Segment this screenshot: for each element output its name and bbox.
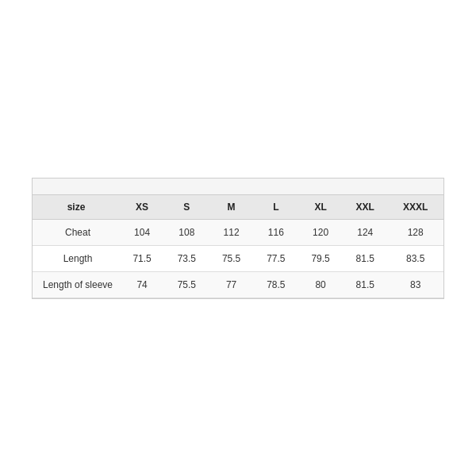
header-size: size [33,195,120,220]
row-label-1: Length [33,245,120,271]
header-xxxl: XXXL [387,195,443,220]
cell-r1-c6: 83.5 [387,245,443,271]
table-row: Length71.573.575.577.579.581.583.5 [33,245,443,271]
cell-r1-c4: 79.5 [298,245,343,271]
cell-r0-c4: 120 [298,219,343,245]
cell-r0-c1: 108 [164,219,209,245]
cell-r1-c2: 75.5 [209,245,253,271]
cell-r0-c5: 124 [343,219,387,245]
row-label-2: Length of sleeve [33,271,120,298]
cell-r2-c6: 83 [387,271,443,298]
cell-r0-c6: 128 [387,219,443,245]
cell-r2-c1: 75.5 [164,271,209,298]
cell-r1-c0: 71.5 [120,245,164,271]
cell-r0-c3: 116 [254,219,298,245]
header-xl: XL [298,195,343,220]
header-s: S [164,195,209,220]
header-m: M [209,195,253,220]
cell-r1-c3: 77.5 [254,245,298,271]
header-xs: XS [120,195,164,220]
cell-r2-c0: 74 [120,271,164,298]
table-row: Cheat104108112116120124128 [33,219,443,245]
table-row: Length of sleeve7475.57778.58081.583 [33,271,443,298]
cell-r0-c2: 112 [209,219,253,245]
cell-r2-c3: 78.5 [254,271,298,298]
row-label-0: Cheat [33,219,120,245]
header-l: L [254,195,298,220]
table-body: Cheat104108112116120124128Length71.573.5… [33,219,443,298]
size-table: sizeXSSMLXLXXLXXXL Cheat1041081121161201… [33,195,443,298]
table-header-row: sizeXSSMLXLXXLXXXL [33,195,443,220]
cell-r2-c2: 77 [209,271,253,298]
cell-r1-c1: 73.5 [164,245,209,271]
chart-title-row [33,178,443,195]
cell-r2-c5: 81.5 [343,271,387,298]
cell-r1-c5: 81.5 [343,245,387,271]
cell-r2-c4: 80 [298,271,343,298]
cell-r0-c0: 104 [120,219,164,245]
size-chart: sizeXSSMLXLXXLXXXL Cheat1041081121161201… [32,178,444,299]
header-xxl: XXL [343,195,387,220]
